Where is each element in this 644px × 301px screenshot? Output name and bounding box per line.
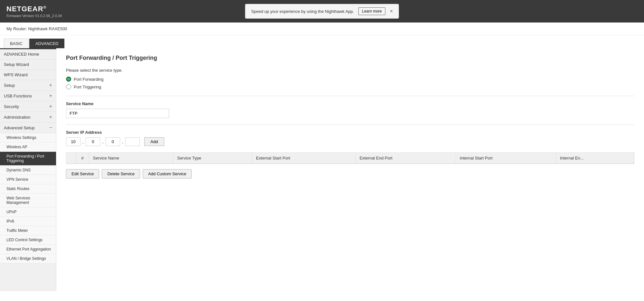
- ip-field-row: . . . Add: [66, 137, 634, 146]
- sidebar-item-setup-wizard[interactable]: Setup Wizard: [0, 59, 56, 70]
- section-divider-1: [66, 96, 634, 96]
- action-buttons: Edit Service Delete Service Add Custom S…: [66, 169, 634, 178]
- col-checkbox: [66, 153, 76, 164]
- main-content: Port Forwarding / Port Triggering Please…: [56, 48, 644, 291]
- ip-octet-4[interactable]: [125, 137, 140, 146]
- admin-expand-icon: +: [49, 114, 52, 120]
- service-type-radio-group: Port Forwarding Port Triggering: [66, 77, 634, 89]
- sidebar-label-vpn-service: VPN Service: [6, 177, 28, 182]
- ip-octet-1[interactable]: [66, 137, 80, 146]
- sidebar-item-advanced-home[interactable]: ADVANCED Home: [0, 49, 56, 59]
- col-ext-start-port: External Start Port: [252, 153, 355, 164]
- sidebar-item-setup[interactable]: Setup +: [0, 80, 56, 91]
- sidebar-item-traffic-meter[interactable]: Traffic Meter: [0, 226, 56, 235]
- sidebar-label-ipv6: IPv6: [6, 219, 14, 223]
- sidebar-item-led-control-settings[interactable]: LED Control Settings: [0, 235, 56, 245]
- tab-basic[interactable]: BASIC: [4, 39, 29, 48]
- service-name-wrapper: FTP HTTP HTTPS SMTP DNS Custom: [66, 109, 634, 118]
- sidebar-label-static-routes: Static Routes: [6, 187, 29, 191]
- delete-service-button[interactable]: Delete Service: [102, 169, 140, 178]
- sidebar-label-wireless-settings: Wireless Settings: [6, 135, 36, 140]
- add-button[interactable]: Add: [144, 137, 164, 146]
- sidebar-item-vpn-service[interactable]: VPN Service: [0, 175, 56, 184]
- sidebar-label-dynamic-dns: Dynamic DNS: [6, 168, 31, 172]
- router-info-value: Nighthawk RAXE500: [28, 26, 67, 31]
- add-custom-service-button[interactable]: Add Custom Service: [143, 169, 192, 178]
- reg-symbol: ®: [43, 5, 47, 10]
- sidebar-label-traffic-meter: Traffic Meter: [6, 228, 28, 233]
- port-triggering-radio[interactable]: [66, 84, 71, 89]
- main-container: ADVANCED Home Setup Wizard WPS Wizard Se…: [0, 48, 644, 291]
- sidebar-item-ethernet-port-aggregation[interactable]: Ethernet Port Aggregation: [0, 245, 56, 254]
- sidebar-item-ipv6[interactable]: IPv6: [0, 217, 56, 226]
- sidebar-item-static-routes[interactable]: Static Routes: [0, 184, 56, 194]
- sidebar-label-advanced-setup: Advanced Setup: [4, 125, 34, 130]
- port-triggering-option: Port Triggering: [66, 84, 634, 89]
- server-ip-label: Server IP Address: [66, 130, 634, 135]
- sidebar-item-wireless-ap[interactable]: Wireless AP: [0, 142, 56, 152]
- port-forwarding-radio-label: Port Forwarding: [74, 77, 103, 82]
- security-expand-icon: +: [49, 104, 52, 109]
- learn-more-button[interactable]: Learn more: [358, 7, 385, 15]
- usb-expand-icon: +: [49, 93, 52, 98]
- ip-dot-1: .: [82, 139, 84, 145]
- page-title: Port Forwarding / Port Triggering: [66, 55, 634, 61]
- ip-dot-3: .: [122, 139, 123, 145]
- services-table: # Service Name Service Type External Sta…: [66, 153, 634, 164]
- services-table-wrapper: # Service Name Service Type External Sta…: [66, 152, 634, 164]
- tabs-bar: BASIC ADVANCED: [0, 39, 644, 48]
- sidebar-item-administration[interactable]: Administration +: [0, 112, 56, 123]
- col-number: #: [76, 153, 89, 164]
- edit-service-button[interactable]: Edit Service: [66, 169, 99, 178]
- sidebar-label-security: Security: [4, 104, 19, 109]
- port-forwarding-option: Port Forwarding: [66, 77, 634, 82]
- section-divider-2: [66, 124, 634, 125]
- sidebar-label-port-forwarding: Port Forwarding / Port Triggering: [6, 154, 44, 163]
- sidebar-label-usb-functions: USB Functions: [4, 94, 32, 98]
- brand-name: NETGEAR®: [6, 5, 62, 13]
- sidebar-item-advanced-setup[interactable]: Advanced Setup −: [0, 123, 56, 133]
- port-triggering-radio-label: Port Triggering: [74, 85, 101, 89]
- sidebar: ADVANCED Home Setup Wizard WPS Wizard Se…: [0, 48, 56, 291]
- notification-text: Speed up your experience by using the Ni…: [251, 9, 354, 14]
- header-logo: NETGEAR® Firmware Version V1.0.2.56_2.0.…: [6, 5, 62, 18]
- sidebar-label-wps-wizard: WPS Wizard: [4, 72, 28, 77]
- sidebar-label-setup: Setup: [4, 83, 15, 88]
- sidebar-item-vlan-bridge-settings[interactable]: VLAN / Bridge Settings: [0, 254, 56, 263]
- sidebar-label-web-services-management: Web Services Management: [6, 196, 30, 205]
- port-forwarding-radio[interactable]: [66, 77, 71, 82]
- advanced-setup-expand-icon: −: [49, 125, 52, 130]
- header: NETGEAR® Firmware Version V1.0.2.56_2.0.…: [0, 0, 644, 23]
- sidebar-item-wireless-settings[interactable]: Wireless Settings: [0, 133, 56, 142]
- notification-close-button[interactable]: ×: [390, 9, 393, 14]
- sidebar-item-port-forwarding[interactable]: Port Forwarding / Port Triggering: [0, 152, 56, 166]
- ip-dot-2: .: [102, 139, 103, 145]
- sidebar-label-vlan-bridge-settings: VLAN / Bridge Settings: [6, 256, 46, 261]
- notification-bar: Speed up your experience by using the Ni…: [245, 4, 399, 19]
- sidebar-label-led-control-settings: LED Control Settings: [6, 238, 43, 242]
- col-service-name: Service Name: [89, 153, 173, 164]
- service-type-label: Please select the service type.: [66, 68, 634, 73]
- sidebar-label-setup-wizard: Setup Wizard: [4, 62, 29, 67]
- sidebar-label-advanced-home: ADVANCED Home: [4, 52, 39, 57]
- sidebar-item-wps-wizard[interactable]: WPS Wizard: [0, 70, 56, 80]
- service-name-label: Service Name: [66, 101, 634, 106]
- sidebar-item-security[interactable]: Security +: [0, 101, 56, 112]
- sidebar-label-wireless-ap: Wireless AP: [6, 145, 27, 149]
- col-int-start-port: Internal Start Port: [456, 153, 556, 164]
- sidebar-item-dynamic-dns[interactable]: Dynamic DNS: [0, 166, 56, 175]
- table-header-row: # Service Name Service Type External Sta…: [66, 153, 634, 164]
- col-ext-end-port: External End Port: [355, 153, 456, 164]
- setup-expand-icon: +: [49, 83, 52, 88]
- sidebar-label-ethernet-port-aggregation: Ethernet Port Aggregation: [6, 247, 51, 251]
- sidebar-item-usb-functions[interactable]: USB Functions +: [0, 91, 56, 101]
- router-info-label: My Router:: [6, 26, 27, 31]
- sidebar-item-web-services-management[interactable]: Web Services Management: [0, 194, 56, 207]
- service-name-select[interactable]: FTP HTTP HTTPS SMTP DNS Custom: [66, 109, 169, 118]
- sidebar-item-upnp[interactable]: UPnP: [0, 207, 56, 217]
- tab-advanced[interactable]: ADVANCED: [29, 39, 64, 48]
- brand-text: NETGEAR: [6, 5, 43, 13]
- ip-octet-2[interactable]: [86, 137, 100, 146]
- sidebar-label-administration: Administration: [4, 115, 30, 120]
- ip-octet-3[interactable]: [106, 137, 120, 146]
